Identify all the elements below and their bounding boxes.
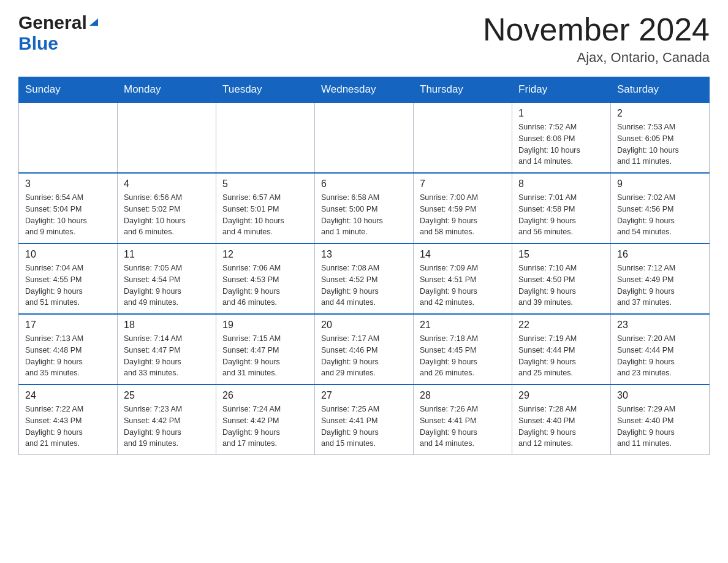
day-info: Sunrise: 7:52 AMSunset: 6:06 PMDaylight:…: [518, 121, 604, 167]
calendar-week-row: 17Sunrise: 7:13 AMSunset: 4:48 PMDayligh…: [19, 314, 710, 385]
calendar-cell: 9Sunrise: 7:02 AMSunset: 4:56 PMDaylight…: [611, 173, 710, 243]
day-number: 24: [25, 390, 111, 401]
weekday-header-thursday: Thursday: [414, 77, 512, 103]
calendar-cell: 12Sunrise: 7:06 AMSunset: 4:53 PMDayligh…: [216, 243, 315, 314]
calendar-cell: 4Sunrise: 6:56 AMSunset: 5:02 PMDaylight…: [118, 173, 216, 243]
calendar-cell: 2Sunrise: 7:53 AMSunset: 6:05 PMDaylight…: [611, 102, 710, 173]
day-info: Sunrise: 7:28 AMSunset: 4:40 PMDaylight:…: [518, 404, 604, 450]
day-info: Sunrise: 7:53 AMSunset: 6:05 PMDaylight:…: [617, 121, 703, 167]
weekday-header-saturday: Saturday: [611, 77, 710, 103]
calendar-cell: [414, 102, 512, 173]
day-info: Sunrise: 7:04 AMSunset: 4:55 PMDaylight:…: [25, 262, 111, 308]
calendar-week-row: 10Sunrise: 7:04 AMSunset: 4:55 PMDayligh…: [19, 243, 710, 314]
day-number: 12: [222, 249, 308, 260]
day-number: 29: [518, 390, 604, 401]
calendar-week-row: 24Sunrise: 7:22 AMSunset: 4:43 PMDayligh…: [19, 385, 710, 455]
day-info: Sunrise: 6:57 AMSunset: 5:01 PMDaylight:…: [222, 192, 308, 238]
calendar-cell: [19, 102, 118, 173]
calendar-cell: 19Sunrise: 7:15 AMSunset: 4:47 PMDayligh…: [216, 314, 315, 385]
calendar-cell: 28Sunrise: 7:26 AMSunset: 4:41 PMDayligh…: [414, 385, 512, 455]
calendar-cell: 23Sunrise: 7:20 AMSunset: 4:44 PMDayligh…: [611, 314, 710, 385]
day-info: Sunrise: 7:13 AMSunset: 4:48 PMDaylight:…: [25, 333, 111, 379]
day-info: Sunrise: 7:00 AMSunset: 4:59 PMDaylight:…: [420, 192, 506, 238]
weekday-header-tuesday: Tuesday: [216, 77, 315, 103]
month-title: November 2024: [483, 12, 710, 47]
day-number: 21: [420, 320, 506, 331]
logo-triangle-icon: [88, 16, 99, 29]
day-info: Sunrise: 7:29 AMSunset: 4:40 PMDaylight:…: [617, 404, 703, 450]
calendar-cell: 14Sunrise: 7:09 AMSunset: 4:51 PMDayligh…: [414, 243, 512, 314]
calendar-cell: 22Sunrise: 7:19 AMSunset: 4:44 PMDayligh…: [512, 314, 611, 385]
day-number: 30: [617, 390, 703, 401]
calendar-cell: 29Sunrise: 7:28 AMSunset: 4:40 PMDayligh…: [512, 385, 611, 455]
calendar-cell: 21Sunrise: 7:18 AMSunset: 4:45 PMDayligh…: [414, 314, 512, 385]
day-info: Sunrise: 7:10 AMSunset: 4:50 PMDaylight:…: [518, 262, 604, 308]
calendar-table: SundayMondayTuesdayWednesdayThursdayFrid…: [18, 77, 710, 455]
day-number: 18: [124, 320, 210, 331]
day-info: Sunrise: 7:06 AMSunset: 4:53 PMDaylight:…: [222, 262, 308, 308]
calendar-cell: 1Sunrise: 7:52 AMSunset: 6:06 PMDaylight…: [512, 102, 611, 173]
calendar-cell: 8Sunrise: 7:01 AMSunset: 4:58 PMDaylight…: [512, 173, 611, 243]
calendar-cell: 17Sunrise: 7:13 AMSunset: 4:48 PMDayligh…: [19, 314, 118, 385]
calendar-week-row: 3Sunrise: 6:54 AMSunset: 5:04 PMDaylight…: [19, 173, 710, 243]
weekday-header-wednesday: Wednesday: [315, 77, 414, 103]
day-number: 17: [25, 320, 111, 331]
day-info: Sunrise: 7:26 AMSunset: 4:41 PMDaylight:…: [420, 404, 506, 450]
day-info: Sunrise: 7:05 AMSunset: 4:54 PMDaylight:…: [124, 262, 210, 308]
location: Ajax, Ontario, Canada: [483, 50, 710, 66]
calendar-cell: 5Sunrise: 6:57 AMSunset: 5:01 PMDaylight…: [216, 173, 315, 243]
calendar-cell: 26Sunrise: 7:24 AMSunset: 4:42 PMDayligh…: [216, 385, 315, 455]
day-info: Sunrise: 7:15 AMSunset: 4:47 PMDaylight:…: [222, 333, 308, 379]
calendar-cell: 3Sunrise: 6:54 AMSunset: 5:04 PMDaylight…: [19, 173, 118, 243]
day-number: 16: [617, 249, 703, 260]
day-info: Sunrise: 7:12 AMSunset: 4:49 PMDaylight:…: [617, 262, 703, 308]
day-info: Sunrise: 7:23 AMSunset: 4:42 PMDaylight:…: [124, 404, 210, 450]
day-number: 1: [518, 108, 604, 119]
calendar-cell: 13Sunrise: 7:08 AMSunset: 4:52 PMDayligh…: [315, 243, 414, 314]
day-info: Sunrise: 6:54 AMSunset: 5:04 PMDaylight:…: [25, 192, 111, 238]
calendar-cell: 10Sunrise: 7:04 AMSunset: 4:55 PMDayligh…: [19, 243, 118, 314]
day-number: 9: [617, 178, 703, 190]
day-number: 27: [321, 390, 407, 401]
calendar-cell: [216, 102, 315, 173]
day-number: 22: [518, 320, 604, 331]
calendar-cell: 16Sunrise: 7:12 AMSunset: 4:49 PMDayligh…: [611, 243, 710, 314]
day-number: 13: [321, 249, 407, 260]
day-number: 7: [420, 178, 506, 190]
day-number: 19: [222, 320, 308, 331]
calendar-header-row: SundayMondayTuesdayWednesdayThursdayFrid…: [19, 77, 710, 103]
calendar-cell: 30Sunrise: 7:29 AMSunset: 4:40 PMDayligh…: [611, 385, 710, 455]
day-info: Sunrise: 7:19 AMSunset: 4:44 PMDaylight:…: [518, 333, 604, 379]
day-info: Sunrise: 6:58 AMSunset: 5:00 PMDaylight:…: [321, 192, 407, 238]
day-number: 23: [617, 320, 703, 331]
logo: General Blue: [18, 12, 99, 54]
calendar-cell: 20Sunrise: 7:17 AMSunset: 4:46 PMDayligh…: [315, 314, 414, 385]
day-number: 11: [124, 249, 210, 260]
weekday-header-monday: Monday: [118, 77, 216, 103]
day-info: Sunrise: 7:08 AMSunset: 4:52 PMDaylight:…: [321, 262, 407, 308]
day-number: 10: [25, 249, 111, 260]
day-number: 20: [321, 320, 407, 331]
weekday-header-friday: Friday: [512, 77, 611, 103]
day-info: Sunrise: 7:20 AMSunset: 4:44 PMDaylight:…: [617, 333, 703, 379]
weekday-header-sunday: Sunday: [19, 77, 118, 103]
day-info: Sunrise: 7:17 AMSunset: 4:46 PMDaylight:…: [321, 333, 407, 379]
day-number: 28: [420, 390, 506, 401]
day-info: Sunrise: 7:24 AMSunset: 4:42 PMDaylight:…: [222, 404, 308, 450]
day-number: 8: [518, 178, 604, 190]
day-number: 4: [124, 178, 210, 190]
calendar-cell: 18Sunrise: 7:14 AMSunset: 4:47 PMDayligh…: [118, 314, 216, 385]
day-info: Sunrise: 7:09 AMSunset: 4:51 PMDaylight:…: [420, 262, 506, 308]
svg-marker-0: [89, 18, 98, 26]
day-info: Sunrise: 6:56 AMSunset: 5:02 PMDaylight:…: [124, 192, 210, 238]
day-info: Sunrise: 7:14 AMSunset: 4:47 PMDaylight:…: [124, 333, 210, 379]
calendar-week-row: 1Sunrise: 7:52 AMSunset: 6:06 PMDaylight…: [19, 102, 710, 173]
header-right: November 2024 Ajax, Ontario, Canada: [483, 12, 710, 66]
day-number: 6: [321, 178, 407, 190]
day-info: Sunrise: 7:25 AMSunset: 4:41 PMDaylight:…: [321, 404, 407, 450]
day-number: 3: [25, 178, 111, 190]
day-info: Sunrise: 7:01 AMSunset: 4:58 PMDaylight:…: [518, 192, 604, 238]
calendar-cell: 11Sunrise: 7:05 AMSunset: 4:54 PMDayligh…: [118, 243, 216, 314]
calendar-cell: 25Sunrise: 7:23 AMSunset: 4:42 PMDayligh…: [118, 385, 216, 455]
page-header: General Blue November 2024 Ajax, Ontario…: [18, 12, 710, 66]
